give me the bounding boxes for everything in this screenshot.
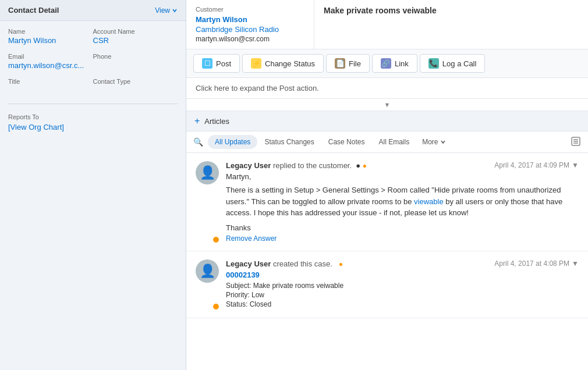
file-button[interactable]: 📄 File [326, 54, 370, 73]
tab-status-changes[interactable]: Status Changes [257, 135, 321, 149]
user-icon-1: 👤 [200, 165, 215, 180]
subject-section: Make private rooms veiwable [314, 0, 588, 49]
subject-title: Make private rooms veiwable [324, 6, 579, 15]
change-status-button[interactable]: ⚡ Change Status [242, 54, 324, 73]
customer-section: Customer Martyn Wilson Cambridge Silicon… [186, 0, 314, 49]
view-org-chart-link[interactable]: [View Org Chart] [8, 123, 178, 131]
articles-plus-icon: + [194, 116, 200, 126]
phone-field: Phone [93, 53, 178, 70]
tab-all-emails[interactable]: All Emails [371, 135, 416, 149]
log-call-icon: 📞 [428, 58, 439, 69]
feed-para-1: There is a setting in Setup > General Se… [226, 184, 579, 219]
contact-type-field: Contact Type [93, 78, 178, 86]
expand-arrow: ▼ [186, 99, 588, 111]
view-button[interactable]: View [155, 6, 178, 15]
case-priority: Priority: Low [226, 291, 579, 299]
contact-fields: Name Martyn Wilson Account Name CSR Emai… [0, 21, 186, 101]
account-name-field: Account Name CSR [93, 28, 178, 45]
filter-icon[interactable] [571, 136, 581, 148]
left-panel-header: Contact Detail View [0, 0, 186, 21]
customer-company[interactable]: Cambridge Silicon Radio [196, 25, 304, 34]
name-accountname-row: Name Martyn Wilson Account Name CSR [8, 28, 178, 45]
articles-bar[interactable]: + Articles [186, 111, 588, 131]
feed-date-1: April 4, 2017 at 4:09 PM ▼ [494, 161, 579, 169]
feed-greeting-1: Martyn, [226, 172, 579, 181]
contact-detail-title: Contact Detail [8, 6, 59, 15]
reports-section: Reports To [View Org Chart] [0, 106, 186, 138]
log-call-button[interactable]: 📞 Log a Call [420, 54, 486, 73]
avatar-badge-2 [212, 303, 220, 311]
email-field: Email martyn.wilson@csr.c... [8, 53, 93, 70]
divider [8, 104, 178, 104]
avatar-wrap-1: 👤 [196, 161, 219, 243]
title-contacttype-row: Title Contact Type [8, 78, 178, 86]
feed-status-dot-1: ● [363, 162, 367, 170]
file-icon: 📄 [335, 58, 345, 69]
case-number-link[interactable]: 00002139 [226, 271, 579, 279]
tab-more[interactable]: More [416, 135, 451, 149]
feed-thanks-1: Thanks [226, 223, 579, 232]
feed-entry-reply: 👤 Legacy User replied to the customer. ●… [186, 153, 588, 251]
avatar-badge-1 [212, 236, 220, 244]
feed-header-2: Legacy User created this case. ● April 4… [226, 259, 579, 268]
tab-all-updates[interactable]: All Updates [208, 135, 257, 149]
link-button[interactable]: 🔗 Link [372, 54, 417, 73]
feed-body-1: Legacy User replied to the customer. ● ●… [226, 161, 579, 243]
case-subject: Subject: Make private rooms veiwable [226, 282, 579, 290]
avatar-wrap-2: 👤 [196, 259, 219, 309]
feed-dropdown-2[interactable]: ▼ [572, 259, 579, 268]
link-icon: 🔗 [381, 58, 391, 69]
change-status-icon: ⚡ [251, 58, 261, 69]
search-icon[interactable]: 🔍 [193, 137, 203, 147]
feed-dropdown-1[interactable]: ▼ [572, 161, 579, 169]
email-value[interactable]: martyn.wilson@csr.c... [8, 61, 93, 70]
customer-name[interactable]: Martyn Wilson [196, 15, 304, 24]
tab-case-notes[interactable]: Case Notes [321, 135, 372, 149]
feed-entry-created: 👤 Legacy User created this case. ● A [186, 251, 588, 318]
feed-date-2: April 4, 2017 at 4:08 PM ▼ [494, 259, 579, 268]
customer-email: martyn.wilson@csr.com [196, 35, 304, 43]
info-bar: Customer Martyn Wilson Cambridge Silicon… [186, 0, 588, 49]
feed-body-2: Legacy User created this case. ● April 4… [226, 259, 579, 309]
case-status: Status: Closed [226, 300, 579, 308]
name-field: Name Martyn Wilson [8, 28, 93, 45]
remove-answer-button[interactable]: Remove Answer [226, 234, 579, 243]
user-icon-2: 👤 [200, 264, 215, 279]
account-name-value[interactable]: CSR [93, 36, 178, 45]
name-value[interactable]: Martyn Wilson [8, 36, 93, 45]
title-field: Title [8, 78, 93, 86]
avatar-2: 👤 [196, 259, 219, 283]
feed-header-1: Legacy User replied to the customer. ● ●… [226, 161, 579, 170]
avatar-1: 👤 [196, 161, 219, 184]
feed-author-2: Legacy User created this case. ● [226, 259, 343, 268]
feed-author-1: Legacy User replied to the customer. ● ● [226, 161, 367, 170]
feed-content: 👤 Legacy User replied to the customer. ●… [186, 153, 588, 370]
action-bar: ☐ Post ⚡ Change Status 📄 File 🔗 Link 📞 L… [186, 49, 588, 78]
email-phone-row: Email martyn.wilson@csr.c... Phone [8, 53, 178, 70]
articles-label: Articles [204, 117, 229, 126]
feed-tabs: 🔍 All Updates Status Changes Case Notes … [186, 131, 588, 153]
post-button[interactable]: ☐ Post [193, 54, 240, 73]
feed-status-dot-2: ● [339, 260, 343, 268]
expand-post-action[interactable]: Click here to expand the Post action. [186, 78, 588, 99]
right-panel: Customer Martyn Wilson Cambridge Silicon… [186, 0, 588, 370]
contact-detail-panel: Contact Detail View Name Martyn Wilson A… [0, 0, 186, 370]
post-icon: ☐ [202, 58, 212, 69]
